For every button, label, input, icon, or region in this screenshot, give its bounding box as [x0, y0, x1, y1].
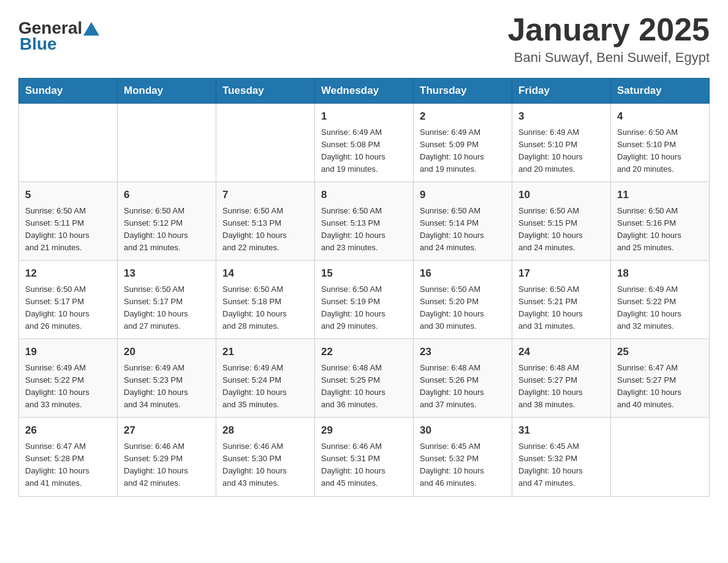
- day-info: Sunrise: 6:50 AMSunset: 5:14 PMDaylight:…: [420, 205, 506, 255]
- calendar-cell: 22Sunrise: 6:48 AMSunset: 5:25 PMDayligh…: [315, 339, 414, 418]
- day-info: Sunrise: 6:45 AMSunset: 5:32 PMDaylight:…: [420, 440, 506, 490]
- header: General Blue January 2025 Bani Suwayf, B…: [18, 12, 710, 66]
- calendar-cell: 9Sunrise: 6:50 AMSunset: 5:14 PMDaylight…: [414, 182, 512, 261]
- logo-blue-text: Blue: [20, 34, 57, 54]
- day-number: 1: [321, 109, 407, 124]
- day-number: 30: [420, 423, 506, 439]
- location-title: Bani Suwayf, Beni Suweif, Egypt: [507, 50, 710, 66]
- calendar-cell: [19, 104, 118, 182]
- calendar-cell: 20Sunrise: 6:49 AMSunset: 5:23 PMDayligh…: [118, 339, 216, 418]
- day-info: Sunrise: 6:48 AMSunset: 5:26 PMDaylight:…: [420, 362, 506, 412]
- day-info: Sunrise: 6:50 AMSunset: 5:21 PMDaylight:…: [518, 283, 604, 333]
- month-title: January 2025: [507, 12, 710, 47]
- svg-marker-0: [83, 22, 99, 36]
- calendar-cell: 31Sunrise: 6:45 AMSunset: 5:32 PMDayligh…: [512, 418, 611, 496]
- calendar-cell: 19Sunrise: 6:49 AMSunset: 5:22 PMDayligh…: [19, 339, 118, 418]
- day-number: 19: [25, 344, 111, 360]
- day-number: 4: [617, 109, 703, 124]
- calendar-cell: 16Sunrise: 6:50 AMSunset: 5:20 PMDayligh…: [414, 261, 512, 339]
- calendar-cell: 30Sunrise: 6:45 AMSunset: 5:32 PMDayligh…: [414, 418, 512, 496]
- day-info: Sunrise: 6:50 AMSunset: 5:17 PMDaylight:…: [25, 283, 111, 333]
- calendar-week-3: 19Sunrise: 6:49 AMSunset: 5:22 PMDayligh…: [19, 339, 710, 418]
- calendar-cell: 23Sunrise: 6:48 AMSunset: 5:26 PMDayligh…: [414, 339, 512, 418]
- calendar-cell: 2Sunrise: 6:49 AMSunset: 5:09 PMDaylight…: [414, 104, 512, 182]
- day-number: 25: [617, 344, 703, 360]
- title-area: January 2025 Bani Suwayf, Beni Suweif, E…: [507, 12, 710, 66]
- day-number: 29: [321, 423, 407, 439]
- calendar-cell: 6Sunrise: 6:50 AMSunset: 5:12 PMDaylight…: [118, 182, 216, 261]
- day-number: 11: [617, 187, 703, 203]
- day-info: Sunrise: 6:50 AMSunset: 5:11 PMDaylight:…: [25, 205, 111, 255]
- calendar-cell: 25Sunrise: 6:47 AMSunset: 5:27 PMDayligh…: [611, 339, 710, 418]
- calendar-cell: 27Sunrise: 6:46 AMSunset: 5:29 PMDayligh…: [118, 418, 216, 496]
- header-saturday: Saturday: [611, 79, 710, 104]
- calendar-week-1: 5Sunrise: 6:50 AMSunset: 5:11 PMDaylight…: [19, 182, 710, 261]
- header-friday: Friday: [512, 79, 611, 104]
- day-number: 2: [420, 109, 506, 124]
- day-info: Sunrise: 6:49 AMSunset: 5:10 PMDaylight:…: [518, 126, 604, 176]
- calendar-cell: 1Sunrise: 6:49 AMSunset: 5:08 PMDaylight…: [315, 104, 414, 182]
- calendar-cell: 12Sunrise: 6:50 AMSunset: 5:17 PMDayligh…: [19, 261, 118, 339]
- day-info: Sunrise: 6:50 AMSunset: 5:13 PMDaylight:…: [321, 205, 407, 255]
- day-number: 27: [124, 423, 210, 439]
- day-info: Sunrise: 6:49 AMSunset: 5:23 PMDaylight:…: [124, 362, 210, 412]
- day-info: Sunrise: 6:50 AMSunset: 5:10 PMDaylight:…: [617, 126, 703, 176]
- calendar-cell: 17Sunrise: 6:50 AMSunset: 5:21 PMDayligh…: [512, 261, 611, 339]
- calendar-cell: 5Sunrise: 6:50 AMSunset: 5:11 PMDaylight…: [19, 182, 118, 261]
- calendar-cell: 28Sunrise: 6:46 AMSunset: 5:30 PMDayligh…: [216, 418, 315, 496]
- day-number: 14: [222, 266, 308, 282]
- day-info: Sunrise: 6:50 AMSunset: 5:17 PMDaylight:…: [124, 283, 210, 333]
- day-info: Sunrise: 6:50 AMSunset: 5:13 PMDaylight:…: [222, 205, 308, 255]
- day-number: 22: [321, 344, 407, 360]
- day-number: 10: [518, 187, 604, 203]
- day-number: 17: [518, 266, 604, 282]
- calendar-cell: 18Sunrise: 6:49 AMSunset: 5:22 PMDayligh…: [611, 261, 710, 339]
- calendar-week-4: 26Sunrise: 6:47 AMSunset: 5:28 PMDayligh…: [19, 418, 710, 496]
- day-number: 24: [518, 344, 604, 360]
- day-number: 16: [420, 266, 506, 282]
- header-sunday: Sunday: [19, 79, 118, 104]
- day-info: Sunrise: 6:48 AMSunset: 5:27 PMDaylight:…: [518, 362, 604, 412]
- logo: General Blue: [18, 18, 99, 54]
- calendar-cell: 14Sunrise: 6:50 AMSunset: 5:18 PMDayligh…: [216, 261, 315, 339]
- calendar-week-2: 12Sunrise: 6:50 AMSunset: 5:17 PMDayligh…: [19, 261, 710, 339]
- day-number: 18: [617, 266, 703, 282]
- calendar-cell: 26Sunrise: 6:47 AMSunset: 5:28 PMDayligh…: [19, 418, 118, 496]
- calendar-header-row: SundayMondayTuesdayWednesdayThursdayFrid…: [19, 79, 710, 104]
- day-number: 13: [124, 266, 210, 282]
- day-info: Sunrise: 6:49 AMSunset: 5:22 PMDaylight:…: [617, 283, 703, 333]
- day-number: 3: [518, 109, 604, 124]
- day-info: Sunrise: 6:46 AMSunset: 5:30 PMDaylight:…: [222, 440, 308, 490]
- day-info: Sunrise: 6:47 AMSunset: 5:27 PMDaylight:…: [617, 362, 703, 412]
- calendar-cell: [118, 104, 216, 182]
- header-monday: Monday: [118, 79, 216, 104]
- header-thursday: Thursday: [414, 79, 512, 104]
- calendar-cell: 7Sunrise: 6:50 AMSunset: 5:13 PMDaylight…: [216, 182, 315, 261]
- calendar-cell: 10Sunrise: 6:50 AMSunset: 5:15 PMDayligh…: [512, 182, 611, 261]
- day-number: 9: [420, 187, 506, 203]
- day-info: Sunrise: 6:50 AMSunset: 5:20 PMDaylight:…: [420, 283, 506, 333]
- day-number: 5: [25, 187, 111, 203]
- day-number: 12: [25, 266, 111, 282]
- logo-triangle-icon: [83, 22, 99, 36]
- day-info: Sunrise: 6:49 AMSunset: 5:08 PMDaylight:…: [321, 126, 407, 176]
- day-number: 23: [420, 344, 506, 360]
- day-info: Sunrise: 6:49 AMSunset: 5:22 PMDaylight:…: [25, 362, 111, 412]
- day-number: 6: [124, 187, 210, 203]
- day-info: Sunrise: 6:50 AMSunset: 5:18 PMDaylight:…: [222, 283, 308, 333]
- calendar-cell: [216, 104, 315, 182]
- calendar-cell: 21Sunrise: 6:49 AMSunset: 5:24 PMDayligh…: [216, 339, 315, 418]
- day-number: 21: [222, 344, 308, 360]
- day-info: Sunrise: 6:50 AMSunset: 5:19 PMDaylight:…: [321, 283, 407, 333]
- calendar-cell: 4Sunrise: 6:50 AMSunset: 5:10 PMDaylight…: [611, 104, 710, 182]
- calendar-cell: 15Sunrise: 6:50 AMSunset: 5:19 PMDayligh…: [315, 261, 414, 339]
- day-number: 15: [321, 266, 407, 282]
- day-info: Sunrise: 6:50 AMSunset: 5:16 PMDaylight:…: [617, 205, 703, 255]
- header-wednesday: Wednesday: [315, 79, 414, 104]
- day-info: Sunrise: 6:48 AMSunset: 5:25 PMDaylight:…: [321, 362, 407, 412]
- calendar-cell: 13Sunrise: 6:50 AMSunset: 5:17 PMDayligh…: [118, 261, 216, 339]
- day-info: Sunrise: 6:49 AMSunset: 5:24 PMDaylight:…: [222, 362, 308, 412]
- header-tuesday: Tuesday: [216, 79, 315, 104]
- calendar-cell: [611, 418, 710, 496]
- day-info: Sunrise: 6:47 AMSunset: 5:28 PMDaylight:…: [25, 440, 111, 490]
